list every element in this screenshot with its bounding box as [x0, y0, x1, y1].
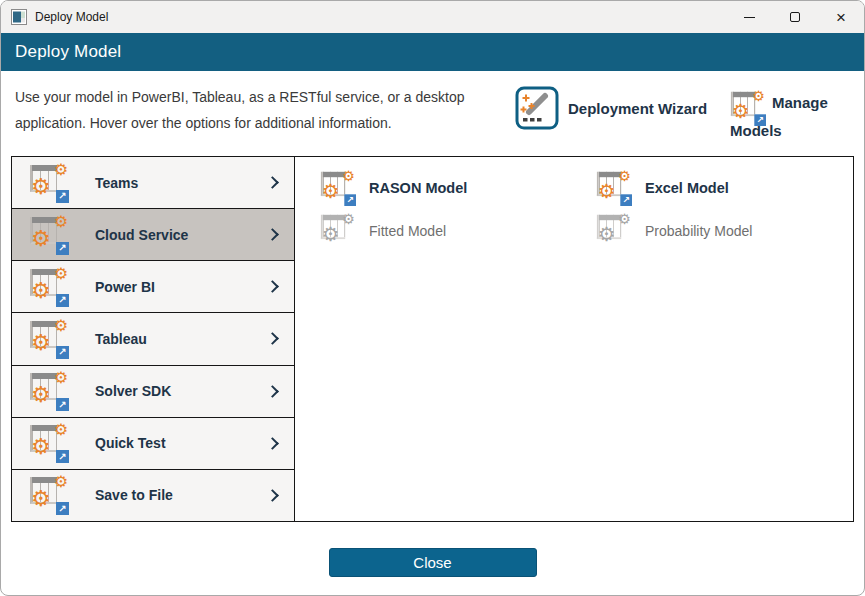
dialog-header: Deploy Model: [1, 33, 864, 71]
share-arrow-icon: ↗: [56, 450, 69, 463]
deploy-model-icon: ⚙ ⚙ ↗: [29, 320, 67, 358]
panel-item-probability-model: ⚙ ⚙ ↗ Probability Model: [596, 210, 853, 251]
minimize-icon: [744, 17, 755, 18]
gear-icon: ⚙: [54, 474, 68, 490]
gear-icon: ⚙: [618, 169, 631, 183]
deploy-model-icon: ⚙ ⚙ ↗: [596, 170, 630, 204]
gear-icon: ⚙: [54, 318, 68, 334]
sidebar-item-quick-test[interactable]: ⚙ ⚙ ↗ Quick Test: [12, 418, 294, 470]
share-arrow-icon: ↗: [56, 242, 69, 255]
gear-icon: ⚙: [54, 266, 68, 282]
gear-icon: ⚙: [31, 332, 51, 354]
gear-icon: ⚙: [54, 422, 68, 438]
gear-icon: ⚙: [322, 181, 340, 201]
gear-icon: ⚙: [31, 280, 51, 302]
window-title: Deploy Model: [35, 10, 108, 24]
deploy-model-icon-disabled: ⚙ ⚙ ↗: [320, 213, 354, 247]
panel-item-label: Fitted Model: [369, 223, 446, 239]
panel-item-excel-model[interactable]: ⚙ ⚙ ↗ Excel Model: [596, 167, 853, 208]
page-title: Deploy Model: [15, 42, 121, 62]
chevron-right-icon: [266, 437, 279, 450]
sidebar-item-label: Cloud Service: [95, 227, 188, 243]
maximize-icon: [790, 12, 800, 22]
gear-icon: ⚙: [342, 212, 355, 226]
maximize-button[interactable]: [772, 1, 818, 33]
panel-item-label: RASON Model: [369, 180, 467, 196]
sidebar-item-label: Solver SDK: [95, 383, 171, 399]
deploy-model-icon: ⚙ ⚙ ↗: [29, 476, 67, 514]
share-arrow-icon: ↗: [620, 194, 632, 206]
gear-icon: ⚙: [31, 488, 51, 510]
gear-icon: ⚙: [342, 169, 355, 183]
magic-wand-icon: [515, 86, 559, 130]
deploy-model-dialog: Deploy Model × Deploy Model Use your mod…: [0, 0, 865, 596]
share-arrow-icon: ↗: [56, 294, 69, 307]
sidebar-item-teams[interactable]: ⚙ ⚙ ↗ Teams: [12, 157, 294, 209]
chevron-right-icon: [266, 333, 279, 346]
sidebar-item-label: Save to File: [95, 487, 173, 503]
share-arrow-icon: ↗: [344, 194, 356, 206]
sidebar-item-solver-sdk[interactable]: ⚙ ⚙ ↗ Solver SDK: [12, 366, 294, 418]
deploy-model-icon: ⚙ ⚙ ↗: [320, 170, 354, 204]
deployment-targets-list: ⚙ ⚙ ↗ Teams ⚙ ⚙ ↗ Cloud Service: [12, 157, 295, 521]
close-icon: ×: [836, 9, 846, 26]
chevron-right-icon: [266, 228, 279, 241]
deploy-model-icon: ⚙ ⚙ ↗: [29, 372, 67, 410]
deployment-wizard-button[interactable]: Deployment Wizard: [515, 86, 707, 130]
gear-icon: ⚙: [54, 162, 68, 178]
manage-models-button[interactable]: ⚙ ⚙ ↗ Manage Models: [730, 89, 852, 145]
deployment-wizard-label: Deployment Wizard: [568, 100, 707, 117]
sidebar-item-save-to-file[interactable]: ⚙ ⚙ ↗ Save to File: [12, 470, 294, 521]
gear-icon: ⚙: [31, 176, 51, 198]
chevron-right-icon: [266, 280, 279, 293]
sidebar-item-tableau[interactable]: ⚙ ⚙ ↗ Tableau: [12, 313, 294, 365]
manage-models-icon: ⚙ ⚙ ↗: [730, 91, 764, 125]
gear-icon: ⚙: [54, 214, 68, 230]
model-options-panel: ⚙ ⚙ ↗ RASON Model ⚙ ⚙ ↗ Excel Model: [295, 157, 853, 521]
gear-icon: ⚙: [732, 102, 750, 122]
deploy-model-icon: ⚙ ⚙ ↗: [29, 164, 67, 202]
gear-icon: ⚙: [31, 436, 51, 458]
app-icon: [11, 9, 27, 25]
sidebar-item-label: Teams: [95, 175, 138, 191]
chevron-right-icon: [266, 489, 279, 502]
gear-icon: ⚙: [618, 212, 631, 226]
gear-icon: ⚙: [752, 89, 765, 103]
window-controls: ×: [726, 1, 864, 33]
chevron-right-icon: [266, 176, 279, 189]
deploy-model-icon-disabled: ⚙ ⚙ ↗: [596, 213, 630, 247]
share-arrow-icon: ↗: [754, 114, 766, 126]
titlebar: Deploy Model ×: [1, 1, 864, 33]
panel-item-rason-model[interactable]: ⚙ ⚙ ↗ RASON Model: [320, 167, 596, 208]
deploy-model-icon: ⚙ ⚙ ↗: [29, 268, 67, 306]
sidebar-item-label: Power BI: [95, 279, 155, 295]
share-arrow-icon: ↗: [56, 190, 69, 203]
close-window-button[interactable]: ×: [818, 1, 864, 33]
panel-item-label: Excel Model: [645, 180, 729, 196]
share-arrow-icon: ↗: [56, 502, 69, 515]
sidebar-item-cloud-service[interactable]: ⚙ ⚙ ↗ Cloud Service: [12, 209, 294, 261]
gear-icon: ⚙: [322, 224, 340, 244]
dialog-footer: Close: [1, 522, 864, 596]
gear-icon: ⚙: [598, 224, 616, 244]
deploy-model-icon: ⚙ ⚙ ↗: [29, 216, 67, 254]
chevron-right-icon: [266, 385, 279, 398]
minimize-button[interactable]: [726, 1, 772, 33]
share-arrow-icon: ↗: [56, 398, 69, 411]
gear-icon: ⚙: [54, 370, 68, 386]
sidebar-item-label: Tableau: [95, 331, 147, 347]
deploy-model-icon: ⚙ ⚙ ↗: [29, 424, 67, 462]
intro-text: Use your model in PowerBI, Tableau, as a…: [15, 84, 495, 136]
gear-icon: ⚙: [31, 228, 51, 250]
panel-item-fitted-model: ⚙ ⚙ ↗ Fitted Model: [320, 210, 596, 251]
gear-icon: ⚙: [31, 384, 51, 406]
gear-icon: ⚙: [598, 181, 616, 201]
intro-strip: Use your model in PowerBI, Tableau, as a…: [1, 71, 864, 156]
panel-item-label: Probability Model: [645, 223, 752, 239]
content-area: ⚙ ⚙ ↗ Teams ⚙ ⚙ ↗ Cloud Service: [11, 156, 854, 522]
close-button[interactable]: Close: [329, 548, 537, 577]
sidebar-item-power-bi[interactable]: ⚙ ⚙ ↗ Power BI: [12, 261, 294, 313]
share-arrow-icon: ↗: [56, 346, 69, 359]
sidebar-item-label: Quick Test: [95, 435, 166, 451]
